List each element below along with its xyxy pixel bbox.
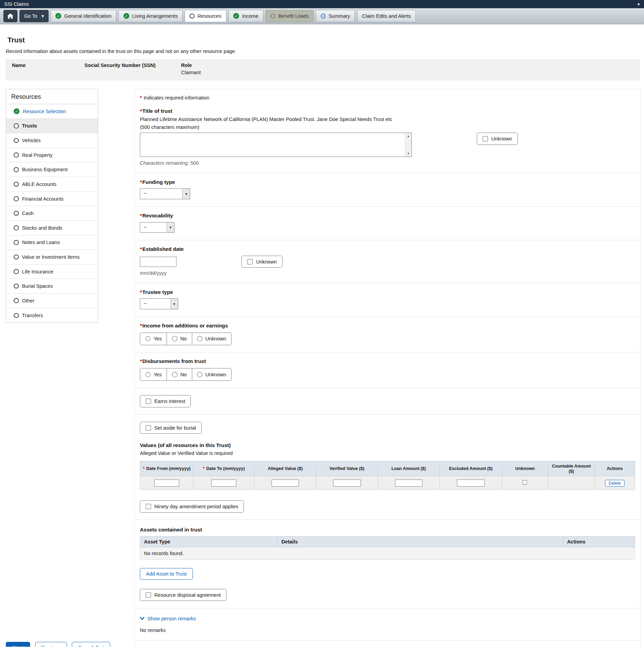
section-circle-icon xyxy=(14,284,19,289)
radio[interactable] xyxy=(197,336,202,341)
revocability-select[interactable]: -- ▼ xyxy=(140,222,174,233)
required-asterisk: * xyxy=(140,213,142,218)
disbursements-radio-yes[interactable]: Yes xyxy=(140,368,167,380)
set-aside-for-burial-checkbox[interactable]: Set aside for burial xyxy=(140,422,202,434)
sidebar-item-life-insurance[interactable]: Life Insurance xyxy=(6,265,98,279)
funding-type-select[interactable]: -- ▼ xyxy=(140,188,190,199)
checkbox[interactable] xyxy=(146,592,151,598)
disbursements-radio-group: Yes No Unknown xyxy=(140,368,232,381)
sidebar-item-able-accounts[interactable]: ABLE Accounts xyxy=(6,177,98,192)
revocability-label: *Revocability xyxy=(140,213,635,218)
tab-income[interactable]: ✓ Income xyxy=(228,10,263,22)
go-to-label: Go To xyxy=(24,13,37,19)
title-of-trust-textarea[interactable] xyxy=(140,133,405,157)
tab-summary[interactable]: Summary xyxy=(316,10,355,22)
disbursements-radio-unknown[interactable]: Unknown xyxy=(192,368,231,380)
checkbox[interactable] xyxy=(146,425,151,431)
tab-claim-edits-and-alerts[interactable]: Claim Edits and Alerts xyxy=(357,10,416,22)
title-of-trust-unknown-checkbox[interactable]: Unknown xyxy=(477,133,518,145)
save-and-exit-button[interactable]: Save & Exit xyxy=(72,642,110,647)
sidebar-item-label: Trusts xyxy=(22,123,37,129)
verified-value-input[interactable] xyxy=(333,480,360,487)
app-menu-caret-icon[interactable]: ▾ xyxy=(638,2,640,7)
set-aside-for-burial-label: Set aside for burial xyxy=(154,425,196,431)
established-date-input[interactable] xyxy=(140,257,176,267)
row-delete-button[interactable]: Delete xyxy=(605,480,625,487)
radio[interactable] xyxy=(172,372,178,377)
sidebar-item-label: Transfers xyxy=(22,313,43,318)
income-radio-unknown[interactable]: Unknown xyxy=(192,333,231,345)
section-circle-icon xyxy=(14,225,19,230)
tab-label: Resources xyxy=(197,13,221,19)
group-revocability: *Revocability -- ▼ xyxy=(134,207,640,240)
checkbox[interactable] xyxy=(146,504,151,509)
next-button[interactable]: Next xyxy=(6,642,30,647)
add-asset-to-trust-button[interactable]: Add Asset to Trust xyxy=(140,568,193,580)
section-circle-icon xyxy=(14,240,19,245)
date-from-input[interactable] xyxy=(154,480,179,487)
values-section-subtitle: Alleged Value or Verified Value is requi… xyxy=(140,450,635,456)
col-date-to: * Date To (mm/yyyy) xyxy=(194,461,254,476)
home-button[interactable] xyxy=(3,10,17,22)
checkbox[interactable] xyxy=(247,259,253,265)
trustee-type-select[interactable]: -- ▼ xyxy=(140,298,178,309)
earns-interest-checkbox[interactable]: Earns interest xyxy=(140,395,191,407)
current-section-icon xyxy=(321,14,326,19)
no-remarks-text: No remarks xyxy=(140,628,635,633)
resource-disposal-checkbox[interactable]: Resource disposal agreement xyxy=(140,589,226,601)
sidebar-item-trusts[interactable]: Trusts xyxy=(6,119,98,134)
complete-check-icon: ✓ xyxy=(14,108,19,114)
sidebar-item-real-property[interactable]: Real Property xyxy=(6,148,98,163)
earns-interest-label: Earns interest xyxy=(154,399,185,404)
section-circle-icon xyxy=(14,167,19,172)
sidebar-item-notes-and-loans[interactable]: Notes and Loans xyxy=(6,235,98,250)
col-actions: Actions xyxy=(595,461,635,476)
app-title: SSI Claims xyxy=(4,1,29,7)
assets-table: Asset Type Details Actions No records fo… xyxy=(140,536,635,560)
complete-check-icon: ✓ xyxy=(123,13,129,19)
tab-general-identification[interactable]: ✓ General Identification xyxy=(51,10,116,22)
checkbox[interactable] xyxy=(483,136,488,141)
alleged-value-input[interactable] xyxy=(272,480,299,487)
income-radio-no[interactable]: No xyxy=(167,333,192,345)
income-radio-yes[interactable]: Yes xyxy=(140,333,167,345)
disbursements-radio-no[interactable]: No xyxy=(167,368,192,380)
tab-living-arrangements[interactable]: ✓ Living Arrangements xyxy=(118,10,183,22)
checkbox[interactable] xyxy=(146,399,151,404)
sidebar-item-label: Burial Spaces xyxy=(22,283,53,289)
sidebar-item-financial-accounts[interactable]: Financial Accounts xyxy=(6,192,98,206)
previous-button[interactable]: Previous xyxy=(35,642,67,647)
textarea-scrollbar[interactable]: ▲ ▼ xyxy=(405,133,411,157)
trustee-type-label: *Trustee type xyxy=(140,289,635,295)
radio[interactable] xyxy=(172,336,178,341)
sidebar-item-resource-selection[interactable]: ✓ Resource Selection xyxy=(6,104,98,119)
excluded-amount-input[interactable] xyxy=(457,480,484,487)
sidebar-item-vehicles[interactable]: Vehicles xyxy=(6,133,98,148)
sidebar-item-label: Business Equipment xyxy=(22,167,67,172)
sidebar-item-other[interactable]: Other xyxy=(6,294,98,308)
sidebar-item-stocks-and-bonds[interactable]: Stocks and Bonds xyxy=(6,221,98,235)
tab-resources[interactable]: Resources xyxy=(185,10,226,22)
sidebar-item-cash[interactable]: Cash xyxy=(6,206,98,221)
show-person-remarks-toggle[interactable]: Show person remarks xyxy=(140,616,196,621)
col-date-from: * Date From (mm/yyyy) xyxy=(140,461,193,476)
col-countable-amount: Countable Amount ($) xyxy=(548,461,595,476)
radio[interactable] xyxy=(197,372,202,377)
ninety-day-checkbox[interactable]: Ninety day amendment period applies xyxy=(140,500,244,512)
sidebar-item-value-or-investment-items[interactable]: Value or Investment Items xyxy=(6,250,98,265)
loan-amount-input[interactable] xyxy=(395,480,422,487)
radio[interactable] xyxy=(145,336,151,341)
established-date-unknown-checkbox[interactable]: Unknown xyxy=(241,256,282,268)
required-asterisk: * xyxy=(140,108,142,114)
sidebar-item-transfers[interactable]: Transfers xyxy=(6,308,98,323)
sidebar-item-label: Stocks and Bonds xyxy=(22,225,62,231)
date-to-input[interactable] xyxy=(211,480,236,487)
sidebar-item-business-equipment[interactable]: Business Equipment xyxy=(6,162,98,177)
sidebar-item-burial-spaces[interactable]: Burial Spaces xyxy=(6,279,98,294)
go-to-dropdown[interactable]: Go To ▾ xyxy=(19,10,49,22)
col-verified-value: Verified Value ($) xyxy=(316,461,378,476)
sidebar-item-label: Other xyxy=(22,298,35,304)
section-circle-icon xyxy=(14,123,19,129)
unknown-checkbox[interactable] xyxy=(523,480,528,485)
radio[interactable] xyxy=(145,372,151,377)
